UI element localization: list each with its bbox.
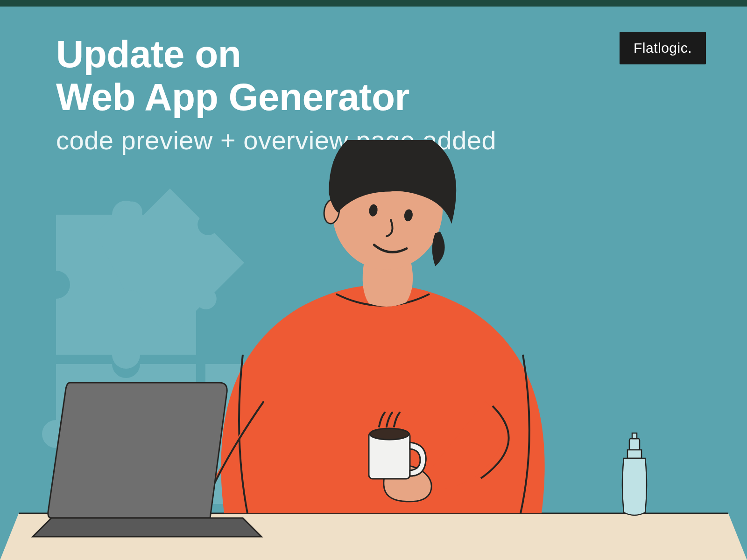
spray-bottle-icon [622, 433, 647, 515]
svg-point-9 [370, 428, 409, 440]
svg-rect-2 [627, 450, 641, 458]
svg-rect-1 [632, 433, 637, 439]
promo-card: Update on Web App Generator code preview… [0, 0, 747, 560]
person-at-laptop-icon [169, 140, 545, 524]
top-accent-bar [0, 0, 747, 7]
heading-block: Update on Web App Generator code preview… [56, 33, 496, 155]
hero-illustration [0, 140, 747, 560]
svg-rect-0 [629, 439, 640, 450]
title-line-2: Web App Generator [56, 76, 496, 119]
title-line-1: Update on [56, 33, 496, 76]
brand-badge: Flatlogic. [620, 32, 706, 64]
